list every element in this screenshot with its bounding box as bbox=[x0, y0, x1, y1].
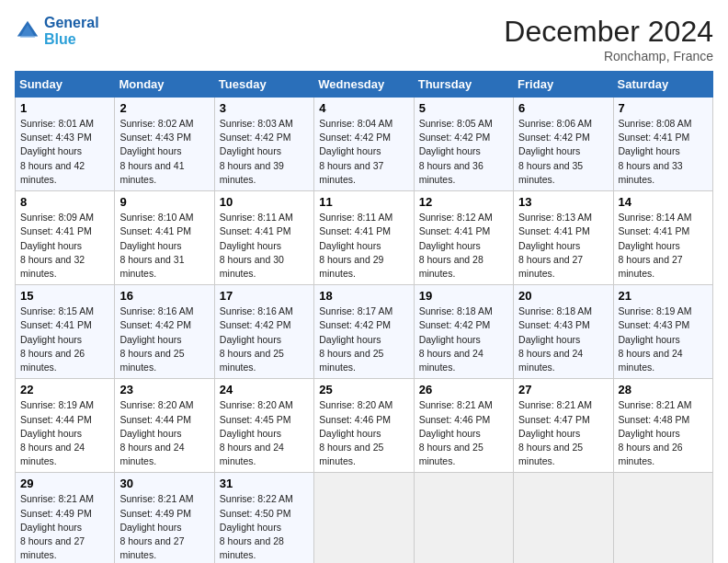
table-row: 19 Sunrise: 8:18 AM Sunset: 4:42 PM Dayl… bbox=[414, 285, 513, 379]
table-row: 16 Sunrise: 8:16 AM Sunset: 4:42 PM Dayl… bbox=[115, 285, 214, 379]
day-number: 4 bbox=[319, 101, 408, 115]
cell-details: Sunrise: 8:20 AM Sunset: 4:44 PM Dayligh… bbox=[119, 398, 209, 468]
header-row: Sunday Monday Tuesday Wednesday Thursday… bbox=[16, 72, 713, 98]
cell-details: Sunrise: 8:16 AM Sunset: 4:42 PM Dayligh… bbox=[220, 304, 309, 374]
day-number: 7 bbox=[619, 101, 708, 115]
day-number: 8 bbox=[20, 195, 109, 209]
cell-details: Sunrise: 8:21 AM Sunset: 4:49 PM Dayligh… bbox=[119, 492, 209, 562]
day-number: 27 bbox=[518, 383, 608, 396]
title-block: December 2024 Ronchamp, France bbox=[504, 15, 713, 63]
cell-details: Sunrise: 8:04 AM Sunset: 4:42 PM Dayligh… bbox=[319, 117, 408, 187]
col-wednesday: Wednesday bbox=[314, 72, 414, 98]
table-row: 23 Sunrise: 8:20 AM Sunset: 4:44 PM Dayl… bbox=[115, 379, 214, 473]
page-header: General Blue December 2024 Ronchamp, Fra… bbox=[15, 15, 713, 63]
cell-details: Sunrise: 8:18 AM Sunset: 4:43 PM Dayligh… bbox=[518, 304, 608, 374]
day-number: 18 bbox=[319, 289, 408, 303]
day-number: 9 bbox=[119, 195, 209, 209]
table-row: 26 Sunrise: 8:21 AM Sunset: 4:46 PM Dayl… bbox=[414, 379, 513, 473]
empty-cell bbox=[613, 473, 712, 563]
cell-details: Sunrise: 8:02 AM Sunset: 4:43 PM Dayligh… bbox=[119, 117, 209, 187]
calendar-week: 22 Sunrise: 8:19 AM Sunset: 4:44 PM Dayl… bbox=[16, 379, 713, 473]
table-row: 9 Sunrise: 8:10 AM Sunset: 4:41 PM Dayli… bbox=[115, 191, 214, 285]
table-row: 13 Sunrise: 8:13 AM Sunset: 4:41 PM Dayl… bbox=[514, 191, 613, 285]
day-number: 19 bbox=[419, 289, 508, 303]
day-number: 5 bbox=[419, 101, 508, 115]
table-row: 27 Sunrise: 8:21 AM Sunset: 4:47 PM Dayl… bbox=[514, 379, 613, 473]
day-number: 25 bbox=[319, 383, 408, 396]
day-number: 21 bbox=[619, 289, 708, 303]
logo-icon bbox=[15, 18, 40, 44]
table-row: 15 Sunrise: 8:15 AM Sunset: 4:41 PM Dayl… bbox=[16, 285, 115, 379]
table-row: 3 Sunrise: 8:03 AM Sunset: 4:42 PM Dayli… bbox=[214, 98, 313, 191]
cell-details: Sunrise: 8:08 AM Sunset: 4:41 PM Dayligh… bbox=[619, 117, 708, 187]
table-row: 7 Sunrise: 8:08 AM Sunset: 4:41 PM Dayli… bbox=[613, 98, 712, 191]
logo: General Blue bbox=[15, 15, 99, 48]
cell-details: Sunrise: 8:09 AM Sunset: 4:41 PM Dayligh… bbox=[20, 211, 109, 281]
day-number: 26 bbox=[419, 383, 508, 396]
day-number: 31 bbox=[220, 477, 309, 490]
table-row: 21 Sunrise: 8:19 AM Sunset: 4:43 PM Dayl… bbox=[613, 285, 712, 379]
table-row: 31 Sunrise: 8:22 AM Sunset: 4:50 PM Dayl… bbox=[214, 473, 313, 563]
empty-cell bbox=[314, 473, 414, 563]
day-number: 28 bbox=[619, 383, 708, 396]
day-number: 2 bbox=[119, 101, 209, 115]
calendar-table: Sunday Monday Tuesday Wednesday Thursday… bbox=[15, 71, 713, 563]
cell-details: Sunrise: 8:15 AM Sunset: 4:41 PM Dayligh… bbox=[20, 304, 109, 374]
cell-details: Sunrise: 8:10 AM Sunset: 4:41 PM Dayligh… bbox=[119, 211, 209, 281]
table-row: 28 Sunrise: 8:21 AM Sunset: 4:48 PM Dayl… bbox=[613, 379, 712, 473]
cell-details: Sunrise: 8:19 AM Sunset: 4:44 PM Dayligh… bbox=[20, 398, 109, 468]
day-number: 20 bbox=[518, 289, 608, 303]
table-row: 4 Sunrise: 8:04 AM Sunset: 4:42 PM Dayli… bbox=[314, 98, 414, 191]
table-row: 22 Sunrise: 8:19 AM Sunset: 4:44 PM Dayl… bbox=[16, 379, 115, 473]
day-number: 29 bbox=[20, 477, 109, 490]
cell-details: Sunrise: 8:19 AM Sunset: 4:43 PM Dayligh… bbox=[619, 304, 708, 374]
day-number: 22 bbox=[20, 383, 109, 396]
cell-details: Sunrise: 8:20 AM Sunset: 4:45 PM Dayligh… bbox=[220, 398, 309, 468]
day-number: 16 bbox=[119, 289, 209, 303]
cell-details: Sunrise: 8:17 AM Sunset: 4:42 PM Dayligh… bbox=[319, 304, 408, 374]
table-row: 30 Sunrise: 8:21 AM Sunset: 4:49 PM Dayl… bbox=[115, 473, 214, 563]
day-number: 1 bbox=[20, 101, 109, 115]
cell-details: Sunrise: 8:11 AM Sunset: 4:41 PM Dayligh… bbox=[220, 211, 309, 281]
table-row: 17 Sunrise: 8:16 AM Sunset: 4:42 PM Dayl… bbox=[214, 285, 313, 379]
cell-details: Sunrise: 8:21 AM Sunset: 4:49 PM Dayligh… bbox=[20, 492, 109, 562]
col-saturday: Saturday bbox=[613, 72, 712, 98]
calendar-week: 15 Sunrise: 8:15 AM Sunset: 4:41 PM Dayl… bbox=[16, 285, 713, 379]
day-number: 24 bbox=[220, 383, 309, 396]
table-row: 8 Sunrise: 8:09 AM Sunset: 4:41 PM Dayli… bbox=[16, 191, 115, 285]
day-number: 15 bbox=[20, 289, 109, 303]
day-number: 14 bbox=[619, 195, 708, 209]
cell-details: Sunrise: 8:21 AM Sunset: 4:47 PM Dayligh… bbox=[518, 398, 608, 468]
day-number: 30 bbox=[119, 477, 209, 490]
table-row: 12 Sunrise: 8:12 AM Sunset: 4:41 PM Dayl… bbox=[414, 191, 513, 285]
day-number: 13 bbox=[518, 195, 608, 209]
table-row: 1 Sunrise: 8:01 AM Sunset: 4:43 PM Dayli… bbox=[16, 98, 115, 191]
day-number: 12 bbox=[419, 195, 508, 209]
month-title: December 2024 bbox=[504, 15, 713, 49]
calendar-week: 29 Sunrise: 8:21 AM Sunset: 4:49 PM Dayl… bbox=[16, 473, 713, 563]
col-monday: Monday bbox=[115, 72, 214, 98]
calendar-week: 8 Sunrise: 8:09 AM Sunset: 4:41 PM Dayli… bbox=[16, 191, 713, 285]
cell-details: Sunrise: 8:21 AM Sunset: 4:46 PM Dayligh… bbox=[419, 398, 508, 468]
col-sunday: Sunday bbox=[16, 72, 115, 98]
cell-details: Sunrise: 8:14 AM Sunset: 4:41 PM Dayligh… bbox=[619, 211, 708, 281]
table-row: 2 Sunrise: 8:02 AM Sunset: 4:43 PM Dayli… bbox=[115, 98, 214, 191]
table-row: 29 Sunrise: 8:21 AM Sunset: 4:49 PM Dayl… bbox=[16, 473, 115, 563]
cell-details: Sunrise: 8:13 AM Sunset: 4:41 PM Dayligh… bbox=[518, 211, 608, 281]
cell-details: Sunrise: 8:22 AM Sunset: 4:50 PM Dayligh… bbox=[220, 492, 309, 562]
table-row: 5 Sunrise: 8:05 AM Sunset: 4:42 PM Dayli… bbox=[414, 98, 513, 191]
col-thursday: Thursday bbox=[414, 72, 513, 98]
col-tuesday: Tuesday bbox=[214, 72, 313, 98]
table-row: 18 Sunrise: 8:17 AM Sunset: 4:42 PM Dayl… bbox=[314, 285, 414, 379]
location: Ronchamp, France bbox=[504, 49, 713, 63]
cell-details: Sunrise: 8:20 AM Sunset: 4:46 PM Dayligh… bbox=[319, 398, 408, 468]
table-row: 20 Sunrise: 8:18 AM Sunset: 4:43 PM Dayl… bbox=[514, 285, 613, 379]
day-number: 3 bbox=[220, 101, 309, 115]
day-number: 17 bbox=[220, 289, 309, 303]
day-number: 11 bbox=[319, 195, 408, 209]
table-row: 24 Sunrise: 8:20 AM Sunset: 4:45 PM Dayl… bbox=[214, 379, 313, 473]
table-row: 6 Sunrise: 8:06 AM Sunset: 4:42 PM Dayli… bbox=[514, 98, 613, 191]
cell-details: Sunrise: 8:21 AM Sunset: 4:48 PM Dayligh… bbox=[619, 398, 708, 468]
calendar-week: 1 Sunrise: 8:01 AM Sunset: 4:43 PM Dayli… bbox=[16, 98, 713, 191]
table-row: 11 Sunrise: 8:11 AM Sunset: 4:41 PM Dayl… bbox=[314, 191, 414, 285]
